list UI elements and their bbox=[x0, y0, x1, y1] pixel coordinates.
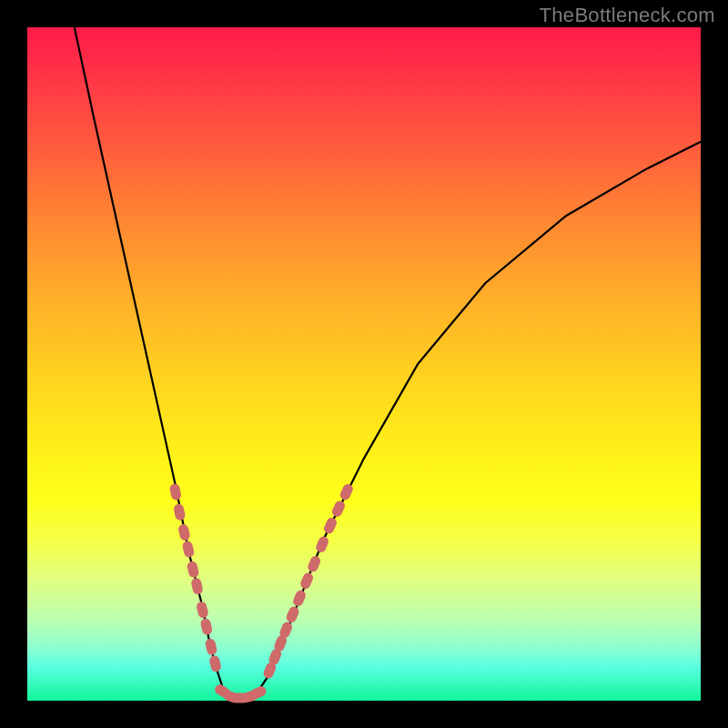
bottleneck-curve bbox=[75, 27, 701, 701]
data-point-right bbox=[322, 516, 338, 535]
data-point-left bbox=[187, 561, 200, 579]
data-point-right bbox=[298, 571, 314, 591]
chart-svg bbox=[27, 27, 701, 701]
data-point-left bbox=[169, 483, 182, 501]
data-point-left bbox=[181, 540, 195, 558]
data-point-left bbox=[208, 654, 222, 672]
data-point-left bbox=[190, 577, 204, 595]
watermark-text: TheBottleneck.com bbox=[540, 4, 715, 27]
data-point-right bbox=[307, 554, 322, 573]
data-point-left bbox=[177, 523, 191, 541]
data-point-left bbox=[205, 638, 218, 656]
data-point-right bbox=[291, 589, 307, 608]
data-point-right bbox=[285, 605, 300, 624]
data-point-left bbox=[199, 618, 213, 636]
data-point-right bbox=[315, 535, 330, 554]
chart-plot-area bbox=[27, 27, 701, 701]
data-point-right bbox=[330, 500, 347, 519]
data-point-left bbox=[196, 601, 209, 619]
data-point-right bbox=[339, 482, 355, 501]
data-point-left bbox=[173, 503, 187, 521]
